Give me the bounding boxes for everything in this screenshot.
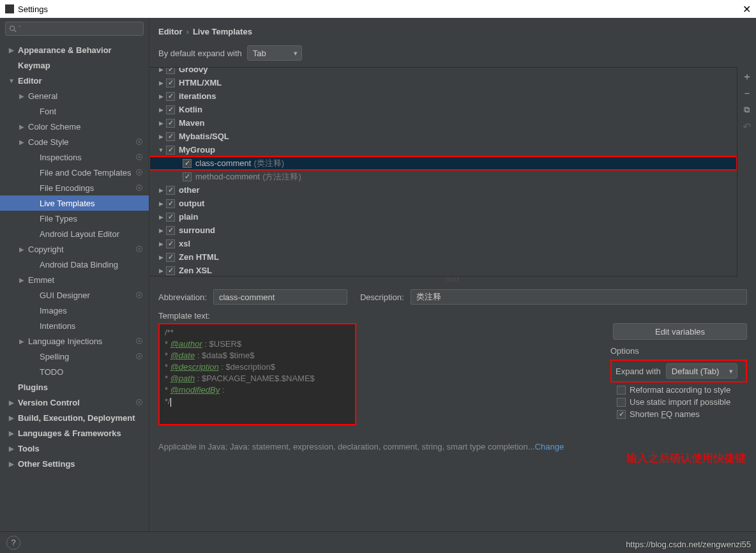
template-text-label: Template text:: [158, 311, 210, 321]
template-group-item[interactable]: Zen HTML: [149, 250, 737, 264]
sidebar-item[interactable]: General: [0, 88, 149, 103]
copy-icon[interactable]: ⧉: [741, 104, 753, 116]
abbreviation-input[interactable]: [213, 289, 347, 305]
sidebar-item[interactable]: Intentions: [0, 318, 149, 333]
sidebar-item[interactable]: Inspections: [0, 149, 149, 165]
sidebar-item[interactable]: Emmet: [0, 272, 149, 287]
search-icon: [8, 24, 17, 33]
sidebar-item[interactable]: Font: [0, 103, 149, 119]
svg-point-17: [138, 355, 140, 357]
template-groups-tree[interactable]: GroovyHTML/XMLiterationsKotlinMavenMybat…: [149, 67, 737, 276]
sidebar-item[interactable]: Other Settings: [0, 456, 149, 471]
annotation-text: 输入之后确认使用快捷键: [626, 451, 746, 466]
checkbox-icon[interactable]: [166, 67, 175, 74]
template-group-item[interactable]: Maven: [149, 116, 737, 130]
template-text-editor[interactable]: /** * @author : $USER$ * @date : $data$ …: [158, 323, 356, 425]
search-input[interactable]: ˇ: [5, 22, 144, 36]
resize-handle[interactable]: /////: [149, 276, 756, 283]
app-icon: [5, 4, 14, 13]
checkbox-icon[interactable]: [166, 253, 175, 262]
template-group-item[interactable]: Kotlin: [149, 103, 737, 116]
settings-tree[interactable]: Appearance & BehaviorKeymapEditorGeneral…: [0, 40, 149, 531]
add-icon[interactable]: ＋: [741, 71, 753, 82]
sidebar-item[interactable]: TODO: [0, 364, 149, 379]
template-group-item[interactable]: Mybatis/SQL: [149, 130, 737, 143]
sidebar-item[interactable]: Keymap: [0, 57, 149, 73]
title-bar: Settings ✕: [0, 0, 756, 18]
sidebar-item[interactable]: Android Layout Editor: [0, 226, 149, 241]
checkbox-icon[interactable]: [166, 199, 175, 208]
checkbox-icon[interactable]: [166, 92, 175, 101]
template-group-item[interactable]: Groovy: [149, 67, 737, 76]
help-button[interactable]: ?: [6, 536, 20, 550]
sidebar-item[interactable]: Editor: [0, 73, 149, 88]
gear-icon: [135, 137, 144, 146]
sidebar-item[interactable]: Build, Execution, Deployment: [0, 410, 149, 425]
expand-with-combo[interactable]: Default (Tab): [666, 363, 737, 379]
template-group-item[interactable]: method-comment(方法注释): [149, 170, 737, 183]
checkbox-icon[interactable]: [166, 79, 175, 87]
sidebar-item[interactable]: Plugins: [0, 379, 149, 395]
sidebar-item[interactable]: Languages & Frameworks: [0, 425, 149, 441]
sidebar-item[interactable]: Android Data Binding: [0, 257, 149, 272]
checkbox-icon[interactable]: [166, 226, 175, 235]
checkbox-icon[interactable]: [166, 213, 175, 222]
checkbox-icon[interactable]: [166, 239, 175, 248]
remove-icon[interactable]: －: [741, 87, 753, 99]
checkbox-icon[interactable]: [166, 146, 175, 155]
sidebar-item[interactable]: File Encodings: [0, 180, 149, 195]
static-import-checkbox[interactable]: Use static import if possible: [610, 397, 747, 407]
template-group-item[interactable]: other: [149, 183, 737, 197]
sidebar-item[interactable]: Appearance & Behavior: [0, 42, 149, 57]
watermark: https://blog.csdn.net/zengwenzi55: [626, 540, 751, 549]
checkbox-icon[interactable]: [183, 172, 192, 181]
breadcrumb: Editor›Live Templates: [149, 18, 756, 42]
checkbox-icon[interactable]: [183, 159, 192, 168]
change-link[interactable]: Change: [535, 442, 564, 451]
description-label: Description:: [360, 292, 404, 302]
template-group-item[interactable]: surround: [149, 223, 737, 237]
sidebar-item[interactable]: Language Injections: [0, 333, 149, 349]
close-icon[interactable]: ✕: [743, 3, 751, 15]
sidebar-item[interactable]: Live Templates: [0, 195, 149, 211]
svg-point-3: [138, 140, 140, 142]
checkbox-icon[interactable]: [166, 105, 175, 114]
side-toolbar: ＋ － ⧉ ↶: [737, 67, 756, 276]
svg-point-15: [138, 340, 140, 342]
sidebar-item[interactable]: Copyright: [0, 241, 149, 257]
sidebar-item[interactable]: Images: [0, 303, 149, 318]
abbreviation-label: Abbreviation:: [158, 292, 207, 302]
window-title: Settings: [18, 4, 48, 14]
gear-icon: [135, 352, 144, 361]
template-group-item[interactable]: iterations: [149, 89, 737, 103]
edit-variables-button[interactable]: Edit variables: [613, 323, 747, 340]
gear-icon: [135, 245, 144, 254]
sidebar-item[interactable]: File and Code Templates: [0, 165, 149, 180]
svg-point-19: [138, 401, 140, 403]
template-group-item[interactable]: plain: [149, 210, 737, 223]
reformat-checkbox[interactable]: Reformat according to style: [610, 385, 747, 395]
sidebar-item[interactable]: File Types: [0, 211, 149, 226]
sidebar-item[interactable]: Tools: [0, 441, 149, 456]
expand-label: By default expand with: [158, 49, 242, 58]
checkbox-icon[interactable]: [166, 186, 175, 195]
checkbox-icon[interactable]: [166, 119, 175, 128]
checkbox-icon[interactable]: [166, 266, 175, 275]
undo-icon[interactable]: ↶: [741, 121, 753, 132]
template-group-item[interactable]: HTML/XML: [149, 76, 737, 89]
gear-icon: [135, 398, 144, 407]
checkbox-icon[interactable]: [166, 132, 175, 141]
template-group-item[interactable]: output: [149, 197, 737, 210]
sidebar-item[interactable]: Version Control: [0, 395, 149, 410]
shorten-fq-checkbox[interactable]: Shorten FQ names: [610, 409, 747, 419]
description-input[interactable]: [411, 289, 747, 305]
template-group-item[interactable]: MyGroup: [149, 143, 737, 156]
sidebar-item[interactable]: Code Style: [0, 134, 149, 149]
sidebar-item[interactable]: Color Scheme: [0, 119, 149, 134]
template-group-item[interactable]: class-comment(类注释): [149, 156, 737, 170]
sidebar-item[interactable]: Spelling: [0, 349, 149, 364]
default-expand-combo[interactable]: Tab: [247, 45, 302, 61]
sidebar-item[interactable]: GUI Designer: [0, 287, 149, 303]
template-group-item[interactable]: xsl: [149, 237, 737, 250]
template-group-item[interactable]: Zen XSL: [149, 264, 737, 276]
